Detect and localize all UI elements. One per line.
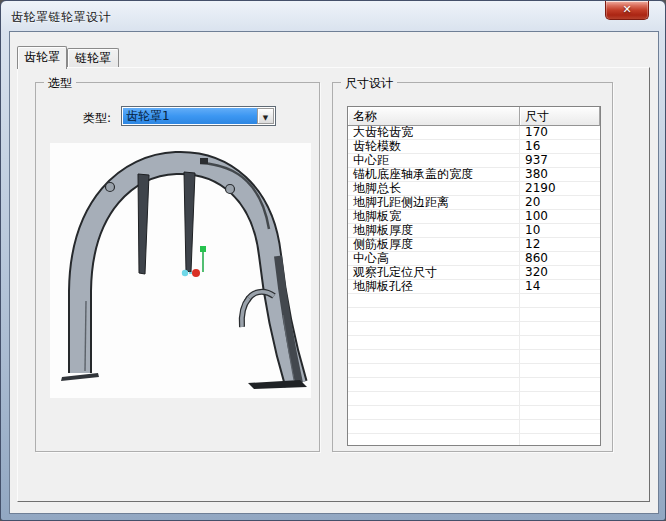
model-left-foot <box>61 373 99 381</box>
table-row[interactable]: 地脚板孔径14 <box>348 280 600 294</box>
table-row[interactable]: 地脚总长2190 <box>348 182 600 196</box>
cell-name: 中心距 <box>348 154 520 167</box>
table-row[interactable]: 地脚板宽100 <box>348 210 600 224</box>
selection-groupbox: 选型 类型: 齿轮罩1 ▼ <box>35 82 320 452</box>
table-row <box>348 350 600 364</box>
cell-name <box>348 336 520 349</box>
cell-name <box>348 322 520 335</box>
table-row <box>348 392 600 406</box>
table-row[interactable]: 观察孔定位尺寸320 <box>348 266 600 280</box>
cell-name: 大齿轮齿宽 <box>348 126 520 139</box>
model-right-foot <box>248 380 307 389</box>
tab-page: 选型 类型: 齿轮罩1 ▼ <box>17 67 650 502</box>
table-row[interactable]: 地脚孔距侧边距离20 <box>348 196 600 210</box>
cell-name <box>348 420 520 433</box>
table-row <box>348 294 600 308</box>
table-row[interactable]: 地脚板厚度10 <box>348 224 600 238</box>
cell-size: 16 <box>520 140 600 153</box>
cell-name: 中心高 <box>348 252 520 265</box>
table-row[interactable]: 锚机底座轴承盖的宽度380 <box>348 168 600 182</box>
model-rib <box>138 174 149 274</box>
cell-size: 14 <box>520 280 600 293</box>
selection-group-title: 选型 <box>44 75 76 92</box>
triad-y-dot <box>200 246 206 252</box>
gear-cover-3d-model <box>50 143 311 398</box>
cell-size: 320 <box>520 266 600 279</box>
cell-size <box>520 322 600 335</box>
table-row[interactable]: 侧筋板厚度12 <box>348 238 600 252</box>
cell-name: 锚机底座轴承盖的宽度 <box>348 168 520 181</box>
cell-name: 地脚板孔径 <box>348 280 520 293</box>
cell-size <box>520 364 600 377</box>
table-row <box>348 322 600 336</box>
parameter-table[interactable]: 名称 尺寸 大齿轮齿宽170齿轮模数16中心距937锚机底座轴承盖的宽度380地… <box>347 106 601 446</box>
close-button[interactable]: ✕ <box>605 1 649 20</box>
cell-size: 937 <box>520 154 600 167</box>
cell-size <box>520 378 600 391</box>
cell-size <box>520 420 600 433</box>
model-preview[interactable] <box>50 143 311 398</box>
cell-name <box>348 364 520 377</box>
table-row <box>348 406 600 420</box>
close-icon: ✕ <box>622 3 631 16</box>
chevron-down-icon: ▼ <box>263 114 268 122</box>
type-label: 类型: <box>83 110 111 127</box>
cell-size <box>520 406 600 419</box>
window-title: 齿轮罩链轮罩设计 <box>11 9 111 26</box>
cell-name <box>348 434 520 446</box>
cell-size: 2190 <box>520 182 600 195</box>
model-rib <box>184 172 195 272</box>
model-eyelet <box>226 185 235 194</box>
table-row <box>348 434 600 446</box>
dialog-window: 齿轮罩链轮罩设计 ✕ 齿轮罩 链轮罩 选型 类型: 齿轮罩1 ▼ <box>0 0 666 521</box>
model-top-fitting <box>200 158 208 164</box>
cell-name: 地脚板厚度 <box>348 224 520 237</box>
type-dropdown-value[interactable]: 齿轮罩1 <box>123 108 257 124</box>
cell-name <box>348 392 520 405</box>
table-row <box>348 364 600 378</box>
cell-size <box>520 336 600 349</box>
table-row <box>348 420 600 434</box>
cell-size <box>520 308 600 321</box>
cell-name: 地脚孔距侧边距离 <box>348 196 520 209</box>
model-eyelet <box>106 183 115 192</box>
table-row[interactable]: 齿轮模数16 <box>348 140 600 154</box>
size-groupbox: 尺寸设计 名称 尺寸 大齿轮齿宽170齿轮模数16中心距937锚机底座轴承盖的宽… <box>332 82 613 452</box>
table-row[interactable]: 中心高860 <box>348 252 600 266</box>
column-header-name[interactable]: 名称 <box>348 107 520 126</box>
cell-name <box>348 350 520 363</box>
cell-size <box>520 350 600 363</box>
cell-size: 380 <box>520 168 600 181</box>
cell-size: 100 <box>520 210 600 223</box>
model-seam <box>85 301 86 371</box>
cell-name <box>348 406 520 419</box>
cell-name <box>348 378 520 391</box>
table-row[interactable]: 中心距937 <box>348 154 600 168</box>
cell-size: 10 <box>520 224 600 237</box>
cell-name: 齿轮模数 <box>348 140 520 153</box>
cell-name: 侧筋板厚度 <box>348 238 520 251</box>
table-row[interactable]: 大齿轮齿宽170 <box>348 126 600 140</box>
cell-size: 170 <box>520 126 600 139</box>
cell-size <box>520 294 600 307</box>
cell-size: 12 <box>520 238 600 251</box>
cell-size <box>520 434 600 446</box>
cell-name: 观察孔定位尺寸 <box>348 266 520 279</box>
cell-size: 860 <box>520 252 600 265</box>
size-table-rows: 大齿轮齿宽170齿轮模数16中心距937锚机底座轴承盖的宽度380地脚总长219… <box>348 126 600 446</box>
triad-origin-dot <box>192 269 200 277</box>
cell-size: 20 <box>520 196 600 209</box>
tab-chain-cover[interactable]: 链轮罩 <box>67 48 119 68</box>
cell-name <box>348 308 520 321</box>
cell-name: 地脚总长 <box>348 182 520 195</box>
column-header-size[interactable]: 尺寸 <box>520 107 600 126</box>
title-bar[interactable]: 齿轮罩链轮罩设计 ✕ <box>1 1 665 31</box>
tab-gear-cover[interactable]: 齿轮罩 <box>17 46 67 69</box>
table-header-row: 名称 尺寸 <box>348 107 600 126</box>
table-row <box>348 308 600 322</box>
cell-size <box>520 392 600 405</box>
type-dropdown[interactable]: 齿轮罩1 ▼ <box>121 106 276 126</box>
size-group-title: 尺寸设计 <box>341 75 397 92</box>
dropdown-arrow-button[interactable]: ▼ <box>257 108 274 124</box>
cell-name: 地脚板宽 <box>348 210 520 223</box>
